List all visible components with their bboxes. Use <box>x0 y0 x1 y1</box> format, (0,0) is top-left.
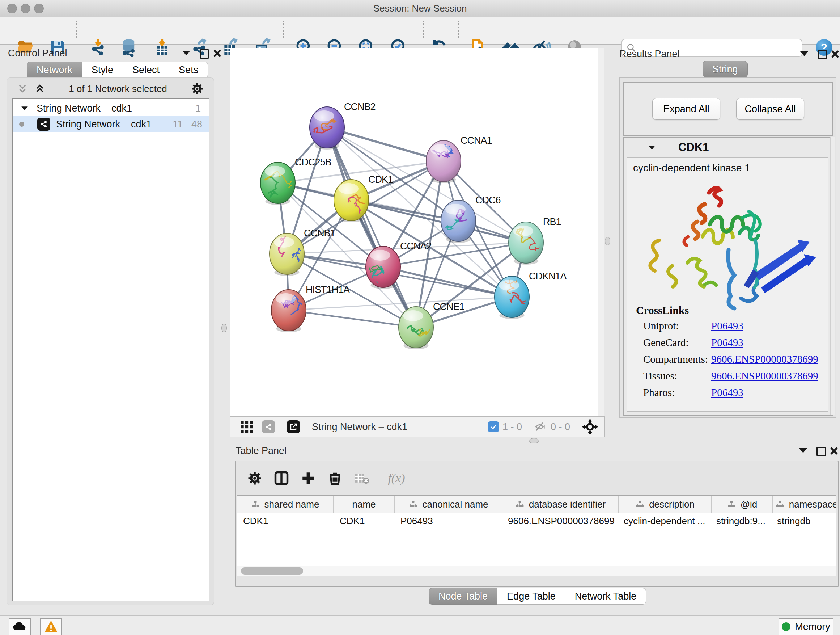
table-header-row: shared namenamecanonical namedatabase id… <box>237 496 836 513</box>
crosslink-link[interactable]: P06493 <box>711 386 744 399</box>
cloud-status-button[interactable] <box>9 618 31 635</box>
open-in-browser-icon[interactable] <box>287 420 300 433</box>
cell-shared-name[interactable]: CDK1 <box>237 513 333 529</box>
panel-menu-icon[interactable] <box>800 51 808 56</box>
edge-CCNB2-CCNA1[interactable] <box>327 127 444 161</box>
tab-sets[interactable]: Sets <box>169 62 208 78</box>
tab-node-table[interactable]: Node Table <box>429 588 497 605</box>
panel-float-icon[interactable] <box>818 50 827 59</box>
column-header-canonical-name[interactable]: canonical name <box>395 496 502 513</box>
panel-close-icon[interactable] <box>213 49 221 57</box>
node-CCNE1[interactable]: CCNE1 <box>399 301 464 349</box>
node-label-HIST1H1A: HIST1H1A <box>306 284 350 295</box>
clear-table-button[interactable] <box>351 467 373 489</box>
vertical-splitter-handle[interactable] <box>221 324 227 333</box>
memory-status-dot <box>782 622 790 631</box>
panel-float-icon[interactable] <box>816 447 826 456</box>
column-header-description[interactable]: description <box>619 496 712 513</box>
warnings-button[interactable] <box>40 618 62 635</box>
vertical-splitter-handle[interactable] <box>605 237 610 245</box>
node-CCNB2[interactable]: CCNB2 <box>300 101 376 149</box>
title-bar: Session: New Session <box>0 0 840 17</box>
create-column-button[interactable] <box>297 467 319 489</box>
memory-button[interactable]: Memory <box>778 618 834 635</box>
crosslink-row: Uniprot:P06493 <box>643 320 824 332</box>
gene-details: cyclin-dependent kinase 1 <box>627 157 828 412</box>
column-header-name[interactable]: name <box>333 496 395 513</box>
network-row-selected[interactable]: String Network – cdk1 11 48 <box>13 116 209 132</box>
tree-expander-icon[interactable] <box>21 106 28 110</box>
table-panel: Table Panel <box>230 445 840 615</box>
node-label-CCNA1: CCNA1 <box>461 135 492 146</box>
crosslink-link[interactable]: P06493 <box>711 320 744 332</box>
section-expander-icon[interactable] <box>649 145 655 149</box>
panel-float-icon[interactable] <box>200 49 209 59</box>
scrollbar-thumb[interactable] <box>241 567 303 575</box>
network-options-gear-icon[interactable] <box>191 82 204 95</box>
table-options-button[interactable] <box>244 467 265 489</box>
crosslink-label: Tissues: <box>643 370 677 382</box>
collapse-all-button[interactable]: Collapse All <box>736 98 804 120</box>
cell-canonical-name[interactable]: P06493 <box>394 513 501 529</box>
node-CDC6[interactable]: CDC6 <box>441 195 501 243</box>
network-overview-icon[interactable] <box>262 420 275 433</box>
crosslink-link[interactable]: 9606.ENSP00000378699 <box>711 353 818 365</box>
fit-content-crosshair-icon[interactable] <box>582 419 598 435</box>
node-HIST1H1A[interactable]: HIST1H1A <box>271 284 350 333</box>
network-row-label: String Network – cdk1 <box>56 119 152 130</box>
hidden-eye-slash-icon[interactable] <box>534 421 547 432</box>
tab-string[interactable]: String <box>703 61 748 78</box>
delete-column-button[interactable] <box>324 467 346 489</box>
selected-checkbox-icon[interactable] <box>488 421 499 432</box>
column-header-shared-name[interactable]: shared name <box>237 496 333 513</box>
edge-CCNA2-CDKN1A[interactable] <box>383 267 512 297</box>
expand-all-button[interactable]: Expand All <box>652 98 720 120</box>
node-CDKN1A[interactable]: CDKN1A <box>494 271 567 319</box>
edge-HIST1H1A-CCNE1[interactable] <box>289 310 416 327</box>
node-label-CCNA2: CCNA2 <box>400 241 431 252</box>
column-label: database identifier <box>529 499 606 510</box>
crosslink-link[interactable]: P06493 <box>711 337 744 348</box>
panel-close-icon[interactable] <box>829 447 838 455</box>
status-bar: Memory <box>0 616 840 635</box>
column-type-icon <box>251 500 260 509</box>
table-horizontal-scrollbar[interactable] <box>237 566 836 576</box>
edge-CCNB2-CCNE1[interactable] <box>327 127 416 327</box>
tab-style[interactable]: Style <box>82 62 123 78</box>
canvas-vertical-scrollbar[interactable] <box>598 48 604 416</box>
column-header-database-identifier[interactable]: database identifier <box>502 496 619 513</box>
tab-edge-table[interactable]: Edge Table <box>497 588 565 605</box>
node-label-CCNB1: CCNB1 <box>304 228 335 239</box>
function-builder-button[interactable]: f(x) <box>379 467 414 489</box>
table-row[interactable]: CDK1CDK1P064939606.ENSP00000378699cyclin… <box>237 513 836 529</box>
cell-namespace[interactable]: stringdb <box>771 513 836 529</box>
show-columns-button[interactable] <box>271 467 292 489</box>
collapse-all-chevrons-icon[interactable] <box>17 84 28 94</box>
panel-menu-icon[interactable] <box>182 51 190 55</box>
node-label-CDC25B: CDC25B <box>295 157 332 168</box>
network-canvas[interactable]: CCNB2CCNA1CDC25BCDK1CDC6RB1CCNB1CCNA2CDK… <box>230 48 604 417</box>
results-vertical-scrollbar[interactable] <box>830 137 835 415</box>
column-header-@id[interactable]: @id <box>712 496 773 513</box>
network-collection-row[interactable]: String Network – cdk1 1 <box>13 100 209 116</box>
node-CCNA1[interactable]: CCNA1 <box>426 130 492 183</box>
cell-name[interactable]: CDK1 <box>333 513 394 529</box>
tab-network[interactable]: Network <box>27 62 82 78</box>
edge-count: 48 <box>191 119 202 130</box>
crosslink-link[interactable]: 9606.ENSP00000378699 <box>711 370 818 382</box>
node-CDK1[interactable]: CDK1 <box>334 174 393 222</box>
panel-menu-icon[interactable] <box>799 448 807 453</box>
tab-network-table[interactable]: Network Table <box>565 588 646 605</box>
gene-section-header[interactable]: CDK1 <box>624 138 832 157</box>
horizontal-splitter-handle[interactable] <box>529 438 539 443</box>
node-RB1[interactable]: RB1 <box>508 217 561 264</box>
panel-close-icon[interactable] <box>831 50 839 58</box>
expand-all-chevrons-icon[interactable] <box>34 84 45 94</box>
tab-select[interactable]: Select <box>123 62 169 78</box>
network-graph[interactable]: CCNB2CCNA1CDC25BCDK1CDC6RB1CCNB1CCNA2CDK… <box>230 48 598 416</box>
birds-eye-grid-icon[interactable] <box>240 420 254 434</box>
column-header-namespace[interactable]: namespace <box>773 496 836 513</box>
cell-@id[interactable]: stringdb:9... <box>710 513 771 529</box>
cell-database-identifier[interactable]: 9606.ENSP00000378699 <box>501 513 617 529</box>
cell-description[interactable]: cyclin-dependent ... <box>617 513 710 529</box>
